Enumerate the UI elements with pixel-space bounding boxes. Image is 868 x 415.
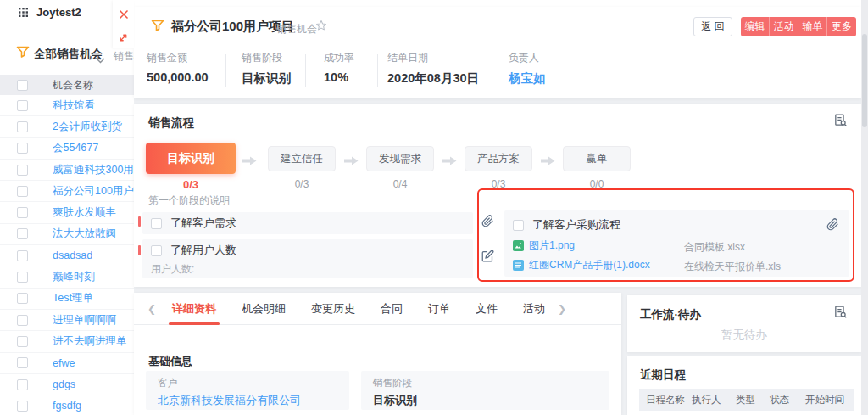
list-item[interactable]: 爽肤水发顺丰 — [0, 202, 134, 223]
close-icon[interactable] — [119, 8, 129, 23]
doc-file-icon — [513, 260, 524, 271]
customer-link[interactable]: 北京新科技发展福分有限公司 — [158, 393, 349, 408]
divider — [225, 54, 226, 87]
row-checkbox[interactable] — [17, 272, 28, 283]
image-file-icon — [513, 240, 524, 251]
list-item[interactable]: 2会计师收到货 — [0, 116, 134, 137]
list-item[interactable]: 福分公司100用户项目 — [0, 181, 134, 202]
task-checkbox[interactable] — [151, 218, 162, 229]
field-sales-amount: 销售金额 500,000.00 — [147, 51, 209, 84]
detail-header: 福分公司100用户项目 销售机会 返回 编辑 活动 输单 更多 销售金额 500… — [134, 7, 861, 98]
field-success-rate: 成功率 10% — [324, 51, 354, 84]
stage-count: 0/4 — [366, 178, 434, 190]
list-item[interactable]: fgsdfg — [0, 395, 134, 415]
file-link-image[interactable]: 图片1.png — [513, 238, 575, 253]
task-checkbox[interactable] — [513, 220, 524, 231]
list-item[interactable]: 法大大放散阀 — [0, 224, 134, 245]
tab-detail-info[interactable]: 详细资料 — [172, 293, 216, 325]
stage-count: 0/0 — [563, 178, 631, 190]
tab-files[interactable]: 文件 — [476, 293, 498, 325]
app-name: Joytest2 — [36, 6, 81, 19]
col-type: 类型 — [736, 394, 770, 407]
owner-link[interactable]: 杨宝如 — [509, 70, 546, 87]
edit-icon[interactable] — [481, 250, 494, 266]
stage-target-identification[interactable]: 目标识别 — [146, 143, 236, 174]
field-close-date: 结单日期 2020年08月30日 — [387, 51, 479, 87]
preview-doc-icon[interactable] — [833, 113, 848, 131]
activity-button[interactable]: 活动 — [770, 17, 798, 36]
list-item[interactable]: 会554677 — [0, 138, 134, 160]
stage-arrow-icon — [242, 154, 257, 169]
attachment-icon[interactable] — [826, 218, 839, 234]
task-row-customer-needs: 了解客户需求 — [142, 212, 473, 234]
select-all-checkbox[interactable] — [17, 80, 28, 91]
stage-arrow-icon — [442, 154, 457, 169]
tabs-scroll-left-icon[interactable]: ❮ — [147, 303, 159, 315]
required-marker — [138, 245, 141, 255]
tab-opportunity-detail[interactable]: 机会明细 — [242, 293, 286, 325]
row-checkbox[interactable] — [17, 379, 28, 390]
sidebar-subtitle: 销售机会 — [114, 49, 134, 64]
panel-controls — [113, 0, 134, 48]
tabs-scroll-right-icon[interactable]: ❯ — [558, 303, 570, 315]
list-item[interactable]: gdgs — [0, 374, 134, 395]
col-schedule-name: 日程名称 — [639, 394, 692, 407]
tab-order[interactable]: 订单 — [428, 293, 450, 325]
empty-state-text: 暂无待办 — [627, 328, 861, 343]
file-link-doc[interactable]: 红圈CRM产品手册(1).docx — [513, 258, 650, 272]
tab-contract[interactable]: 合同 — [381, 293, 403, 325]
stage-count: 0/3 — [146, 178, 236, 191]
task-row-procurement-process: 了解客户采购流程 图片1.png 红圈CRM产品手册(1).docx 合同模板.… — [504, 210, 849, 277]
chevron-down-icon[interactable] — [96, 52, 105, 67]
workflow-title: 工作流·待办 — [640, 307, 701, 322]
row-checkbox[interactable] — [17, 186, 28, 197]
row-checkbox[interactable] — [17, 401, 28, 412]
list-item[interactable]: efwe — [0, 353, 134, 374]
divider — [492, 54, 492, 87]
edit-button[interactable]: 编辑 — [741, 17, 770, 36]
tab-activity[interactable]: 活动 — [523, 293, 545, 325]
scrollbar[interactable] — [861, 0, 868, 415]
stage-discover-needs[interactable]: 发现需求 — [366, 146, 434, 171]
col-status: 状态 — [770, 394, 805, 407]
list-item[interactable]: 进理单啊啊啊 — [0, 310, 134, 331]
expand-icon[interactable] — [118, 31, 129, 47]
list-item[interactable]: 科技馆看 — [0, 95, 134, 116]
favorite-star-icon[interactable] — [315, 20, 327, 35]
stage-build-trust[interactable]: 建立信任 — [268, 146, 336, 171]
field-sales-stage-detail: 销售阶段 目标识别 — [361, 371, 609, 410]
row-checkbox[interactable] — [17, 357, 28, 368]
back-button[interactable]: 返回 — [693, 17, 732, 36]
attachment-icon[interactable] — [481, 215, 494, 231]
row-checkbox[interactable] — [17, 293, 28, 304]
task-checkbox[interactable] — [151, 245, 162, 256]
tab-change-history[interactable]: 变更历史 — [311, 293, 355, 325]
row-checkbox[interactable] — [17, 315, 28, 326]
divider — [305, 54, 306, 87]
stage-product-plan[interactable]: 产品方案 — [465, 146, 532, 171]
list-item[interactable]: 巅峰时刻 — [0, 266, 134, 288]
list-item[interactable]: dsadsad — [0, 245, 134, 266]
row-checkbox[interactable] — [17, 121, 28, 132]
sidebar-title: 全部销售机会 — [34, 47, 103, 62]
recent-schedule-card: 近期日程 日程名称 执行人 类型 状态 开始时间 — [627, 356, 861, 415]
row-checkbox[interactable] — [17, 250, 28, 261]
row-checkbox[interactable] — [17, 143, 28, 154]
row-checkbox[interactable] — [17, 228, 28, 239]
list-item[interactable]: 进不去啊进理单 — [0, 331, 134, 352]
row-checkbox[interactable] — [17, 100, 28, 111]
schedule-title: 近期日程 — [640, 367, 686, 383]
col-executor: 执行人 — [692, 394, 736, 407]
row-checkbox[interactable] — [17, 165, 28, 176]
list-item[interactable]: 威富通科技300用户项目 — [0, 160, 134, 181]
row-checkbox[interactable] — [17, 336, 28, 347]
sales-process-card: 销售流程 目标识别 建立信任 发现需求 产品方案 赢单 0/3 0/3 0/4 … — [134, 104, 861, 287]
lose-order-button[interactable]: 输单 — [798, 17, 827, 36]
list-item[interactable]: Test理单 — [0, 289, 134, 310]
scrollbar-thumb[interactable] — [862, 34, 867, 127]
preview-doc-icon[interactable] — [833, 305, 848, 322]
app-grid-icon[interactable] — [19, 5, 28, 20]
more-button[interactable]: 更多 — [827, 17, 856, 36]
row-checkbox[interactable] — [17, 207, 28, 218]
stage-win[interactable]: 赢单 — [563, 146, 631, 171]
